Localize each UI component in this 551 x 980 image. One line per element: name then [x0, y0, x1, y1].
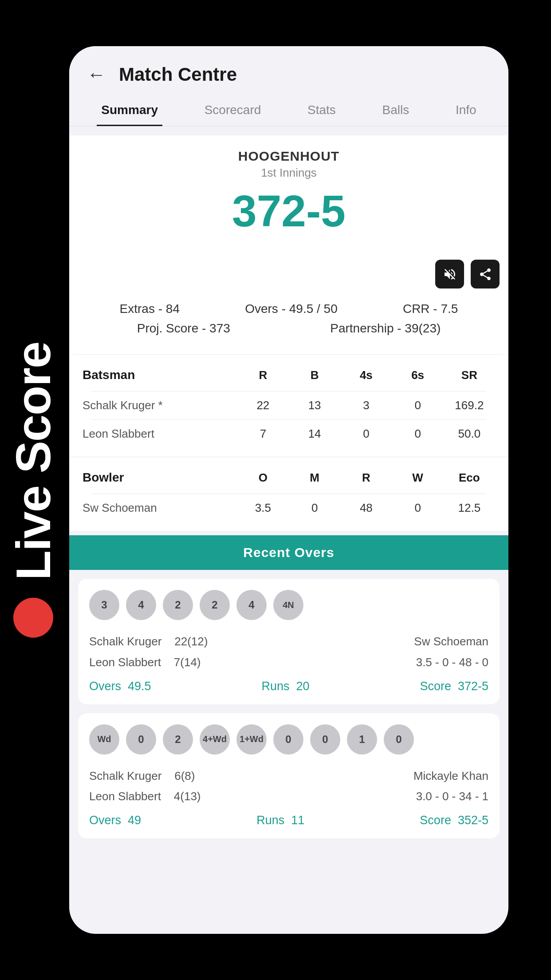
bowling-col-m: M — [289, 471, 340, 485]
match-stats: Extras - 84 Overs - 49.5 / 50 CRR - 7.5 … — [69, 293, 508, 354]
back-button[interactable]: ← — [87, 64, 106, 85]
ball-1-1: 0 — [126, 724, 156, 755]
ball-1-5: 0 — [273, 724, 303, 755]
bat-name-1: Leon Slabbert — [83, 427, 237, 441]
bat-b-0: 13 — [289, 399, 340, 412]
tab-info[interactable]: Info — [451, 94, 481, 126]
ball-0-1: 4 — [126, 590, 156, 620]
overs-stat: Overs - 49.5 / 50 — [245, 302, 338, 316]
over-bowler-1: Mickayle Khan 3.0 - 0 - 34 - 1 — [413, 766, 488, 807]
header: ← Match Centre — [69, 46, 508, 94]
recent-overs-header: Recent Overs — [69, 535, 508, 570]
batting-row-0: Schalk Kruger * 22 13 3 0 169.2 — [83, 391, 495, 419]
bat-4s-1: 0 — [340, 427, 392, 441]
page-title: Match Centre — [119, 64, 237, 85]
batsman-0-0: Schalk Kruger 22(12) — [89, 631, 208, 652]
over-overs-1: Overs 49 — [89, 814, 141, 827]
over-runs-0: Runs 20 — [261, 680, 309, 693]
recent-overs-title: Recent Overs — [79, 545, 499, 560]
score-display: 372-5 — [87, 189, 491, 233]
tab-stats[interactable]: Stats — [303, 94, 340, 126]
share-icon — [478, 267, 492, 281]
bowl-w-0: 0 — [392, 501, 444, 515]
over-card-0: 3 4 2 2 4 4N Schalk Kruger 22(12) Leon S… — [78, 579, 500, 704]
batting-col-sr: SR — [444, 368, 495, 382]
over-details-1: Schalk Kruger 6(8) Leon Slabbert 4(13) M… — [89, 766, 488, 807]
bowl-r-0: 48 — [340, 501, 392, 515]
ball-1-0: Wd — [89, 724, 119, 755]
bat-sr-0: 169.2 — [444, 399, 495, 412]
team-name: HOOGENHOUT — [87, 149, 491, 164]
tab-summary[interactable]: Summary — [97, 94, 162, 126]
share-button[interactable] — [471, 260, 500, 288]
bowling-col-o: O — [237, 471, 289, 485]
bowling-row-0: Sw Schoeman 3.5 0 48 0 12.5 — [83, 494, 495, 522]
ball-0-3: 2 — [200, 590, 230, 620]
score-section: HOOGENHOUT 1st Innings 372-5 — [69, 135, 508, 255]
ball-1-2: 2 — [163, 724, 193, 755]
over-bowler-0: Sw Schoeman 3.5 - 0 - 48 - 0 — [414, 631, 488, 673]
batsman-0-1: Leon Slabbert 7(14) — [89, 652, 208, 673]
batsman-1-0: Schalk Kruger 6(8) — [89, 766, 201, 786]
batting-col-b: B — [289, 368, 340, 382]
bat-sr-1: 50.0 — [444, 427, 495, 441]
over-runs-1: Runs 11 — [256, 814, 304, 827]
extras-stat: Extras - 84 — [120, 302, 180, 316]
phone-frame: ← Match Centre Summary Scorecard Stats B… — [69, 46, 508, 934]
bowling-col-name: Bowler — [83, 470, 237, 485]
ball-0-5: 4N — [273, 590, 303, 620]
bat-name-0: Schalk Kruger * — [83, 399, 237, 412]
innings-label: 1st Innings — [87, 166, 491, 180]
balls-row-0: 3 4 2 2 4 4N — [89, 590, 488, 620]
proj-score-stat: Proj. Score - 373 — [137, 321, 230, 336]
outer-wrapper: Live Score ← Match Centre Summary Scorec… — [0, 0, 551, 980]
ball-0-2: 2 — [163, 590, 193, 620]
batsman-1-1: Leon Slabbert 4(13) — [89, 786, 201, 807]
over-batsmen-0: Schalk Kruger 22(12) Leon Slabbert 7(14) — [89, 631, 208, 673]
partnership-stat: Partnership - 39(23) — [330, 321, 441, 336]
ball-0-0: 3 — [89, 590, 119, 620]
bowling-col-eco: Eco — [444, 471, 495, 485]
batting-col-4s: 4s — [340, 368, 392, 382]
ball-1-8: 0 — [384, 724, 414, 755]
bowling-table: Bowler O M R W Eco Sw Schoeman 3.5 0 48 … — [69, 457, 508, 531]
live-dot — [13, 598, 53, 638]
over-footer-1: Overs 49 Runs 11 Score 352-5 — [89, 814, 488, 827]
over-overs-0: Overs 49.5 — [89, 680, 151, 693]
over-score-0: Score 372-5 — [420, 680, 488, 693]
bat-6s-1: 0 — [392, 427, 444, 441]
bowling-col-r: R — [340, 471, 392, 485]
live-score-watermark: Live Score — [9, 342, 58, 638]
ball-1-6: 0 — [310, 724, 340, 755]
batting-col-6s: 6s — [392, 368, 444, 382]
tabs-bar: Summary Scorecard Stats Balls Info — [69, 94, 508, 126]
bat-b-1: 14 — [289, 427, 340, 441]
volume-off-icon — [443, 267, 457, 281]
bowl-eco-0: 12.5 — [444, 501, 495, 515]
crr-stat: CRR - 7.5 — [403, 302, 458, 316]
bat-r-1: 7 — [237, 427, 289, 441]
bat-6s-0: 0 — [392, 399, 444, 412]
bat-r-0: 22 — [237, 399, 289, 412]
ball-1-4: 1+Wd — [236, 724, 267, 755]
bowling-col-w: W — [392, 471, 444, 485]
bat-4s-0: 3 — [340, 399, 392, 412]
batting-row-1: Leon Slabbert 7 14 0 0 50.0 — [83, 420, 495, 448]
balls-row-1: Wd 0 2 4+Wd 1+Wd 0 0 1 0 — [89, 724, 488, 755]
batting-table: Batsman R B 4s 6s SR Schalk Kruger * 22 … — [69, 355, 508, 457]
over-details-0: Schalk Kruger 22(12) Leon Slabbert 7(14)… — [89, 631, 488, 673]
bowl-m-0: 0 — [289, 501, 340, 515]
over-score-1: Score 352-5 — [420, 814, 488, 827]
batting-header: Batsman R B 4s 6s SR — [83, 364, 495, 387]
ball-1-3: 4+Wd — [200, 724, 230, 755]
bowl-name-0: Sw Schoeman — [83, 501, 237, 515]
action-buttons — [69, 255, 508, 293]
watermark-text: Live Score — [9, 342, 58, 580]
over-card-1: Wd 0 2 4+Wd 1+Wd 0 0 1 0 Schalk Kruger 6… — [78, 713, 500, 839]
over-batsmen-1: Schalk Kruger 6(8) Leon Slabbert 4(13) — [89, 766, 201, 807]
batting-col-name: Batsman — [83, 368, 237, 382]
ball-0-4: 4 — [236, 590, 267, 620]
tab-scorecard[interactable]: Scorecard — [200, 94, 266, 126]
mute-button[interactable] — [435, 260, 464, 288]
tab-balls[interactable]: Balls — [378, 94, 414, 126]
